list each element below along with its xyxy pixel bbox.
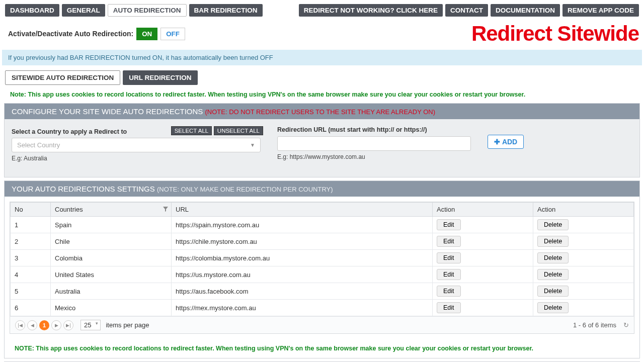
cell-url: https://us.mystore.com.au [172, 266, 433, 283]
select-all-button[interactable]: SELECT ALL [171, 126, 212, 135]
cell-no: 4 [11, 266, 51, 283]
cell-no: 5 [11, 283, 51, 300]
cell-url: https://colombia.mystore.com.au [172, 250, 433, 266]
nav-contact[interactable]: CONTACT [445, 4, 488, 17]
delete-button[interactable]: Delete [537, 286, 569, 297]
cell-country: Spain [51, 217, 172, 233]
settings-panel-title: YOUR AUTO REDIRECTIONS SETTINGS [12, 185, 157, 193]
edit-button[interactable]: Edit [437, 219, 461, 230]
cell-url: https://aus.facebook.com [172, 283, 433, 300]
redirect-url-input[interactable] [277, 136, 471, 151]
delete-button[interactable]: Delete [537, 219, 569, 230]
cell-no: 6 [11, 300, 51, 316]
delete-button[interactable]: Delete [537, 269, 569, 280]
table-row: 1Spainhttps://spain.mystore.com.auEditDe… [11, 217, 634, 233]
configure-panel: CONFIGURE YOUR SITE WIDE AUTO REDIRECTIO… [4, 103, 640, 177]
url-label: Redirection URL (must start with http://… [277, 126, 473, 133]
cookies-note-bottom: NOTE: This app uses cookies to record lo… [5, 339, 639, 358]
refresh-icon[interactable]: ↻ [623, 321, 629, 329]
cell-no: 3 [11, 250, 51, 266]
cookies-note: Note: This app uses cookies to record lo… [0, 89, 644, 103]
country-label: Select a Country to apply a Redirect to [12, 128, 127, 135]
nav-left: DASHBOARDGENERALAUTO REDIRECTIONBAR REDI… [5, 4, 263, 17]
info-strip: If you previously had BAR REDIRECTION tu… [2, 50, 642, 65]
nav-documentation[interactable]: DOCUMENTATION [491, 4, 560, 17]
cell-country: Australia [51, 283, 172, 300]
cell-country: Mexico [51, 300, 172, 316]
edit-button[interactable]: Edit [437, 236, 461, 247]
activate-label: Activate/Deactivate Auto Redirection: [8, 30, 133, 38]
table-row: 2Chilehttps://chile.mystore.com.auEditDe… [11, 233, 634, 250]
delete-button[interactable]: Delete [537, 252, 569, 263]
table-row: 6Mexicohttps://mex.mystore.com.auEditDel… [11, 300, 634, 316]
add-button[interactable]: ✚ ADD [488, 135, 524, 149]
col-no[interactable]: No [11, 203, 51, 217]
page-current: 1 [39, 320, 49, 330]
brand-title: Redirect Sitewide [471, 22, 639, 46]
unselect-all-button[interactable]: UNSELECT ALL [214, 126, 263, 135]
chevron-down-icon: ▼ [250, 142, 255, 148]
table-row: 4United Stateshttps://us.mystore.com.auE… [11, 266, 634, 283]
nav-general[interactable]: GENERAL [62, 4, 105, 17]
configure-panel-title: CONFIGURE YOUR SITE WIDE AUTO REDIRECTIO… [12, 107, 205, 116]
edit-button[interactable]: Edit [437, 302, 461, 313]
page-next-button[interactable]: ▶ [51, 320, 61, 330]
edit-button[interactable]: Edit [437, 252, 461, 263]
cell-url: https://chile.mystore.com.au [172, 233, 433, 250]
country-example: E.g: Australia [12, 155, 263, 162]
cell-url: https://mex.mystore.com.au [172, 300, 433, 316]
url-example: E.g: https://www.mystore.com.au [277, 153, 473, 160]
cell-country: Colombia [51, 250, 172, 266]
delete-button[interactable]: Delete [537, 302, 569, 313]
per-page-label: items per page [106, 321, 149, 329]
page-last-button[interactable]: ▶| [63, 320, 73, 330]
subtabs: SITEWIDE AUTO REDIRECTIONURL REDIRECTION [0, 65, 644, 89]
cell-url: https://spain.mystore.com.au [172, 217, 433, 233]
subtab-sitewide-auto-redirection[interactable]: SITEWIDE AUTO REDIRECTION [5, 70, 120, 85]
plus-icon: ✚ [494, 138, 502, 146]
table-row: 3Colombiahttps://colombia.mystore.com.au… [11, 250, 634, 266]
nav-remove-app-code[interactable]: REMOVE APP CODE [562, 4, 639, 17]
filter-icon[interactable] [163, 207, 168, 212]
redirections-table: No Countries URL Action Action 1Spainhtt… [10, 202, 634, 316]
page-prev-button[interactable]: ◀ [27, 320, 37, 330]
nav-auto-redirection[interactable]: AUTO REDIRECTION [108, 4, 187, 17]
col-url[interactable]: URL [172, 203, 433, 217]
cell-country: United States [51, 266, 172, 283]
col-action-delete[interactable]: Action [533, 203, 634, 217]
country-dropdown[interactable]: Select Country ▼ [12, 138, 261, 152]
pager-status: 1 - 6 of 6 items [573, 321, 616, 329]
col-action-edit[interactable]: Action [433, 203, 533, 217]
col-countries[interactable]: Countries [51, 203, 172, 217]
table-row: 5Australiahttps://aus.facebook.comEditDe… [11, 283, 634, 300]
activate-off-button[interactable]: OFF [160, 28, 185, 40]
page-first-button[interactable]: |◀ [15, 320, 25, 330]
cell-no: 1 [11, 217, 51, 233]
cell-country: Chile [51, 233, 172, 250]
settings-panel: YOUR AUTO REDIRECTIONS SETTINGS (NOTE: O… [4, 180, 640, 358]
settings-panel-subtitle: (NOTE: ONLY MAKE ONE REDIRECTION PER COU… [157, 186, 333, 193]
nav-right: REDIRECT NOT WORKING? CLICK HERECONTACTD… [299, 4, 639, 17]
nav-redirect-not-working-click-here[interactable]: REDIRECT NOT WORKING? CLICK HERE [299, 4, 443, 17]
delete-button[interactable]: Delete [537, 236, 569, 247]
edit-button[interactable]: Edit [437, 286, 461, 297]
configure-panel-warning: (NOTE: DO NOT REDIRECT USERS TO THE SITE… [205, 108, 436, 116]
page-size-select[interactable]: 25 [80, 320, 101, 330]
nav-dashboard[interactable]: DASHBOARD [5, 4, 59, 17]
subtab-url-redirection[interactable]: URL REDIRECTION [123, 70, 197, 85]
activate-on-button[interactable]: ON [136, 28, 157, 40]
country-dropdown-placeholder: Select Country [17, 141, 60, 149]
nav-bar-redirection[interactable]: BAR REDIRECTION [189, 4, 263, 17]
cell-no: 2 [11, 233, 51, 250]
edit-button[interactable]: Edit [437, 269, 461, 280]
